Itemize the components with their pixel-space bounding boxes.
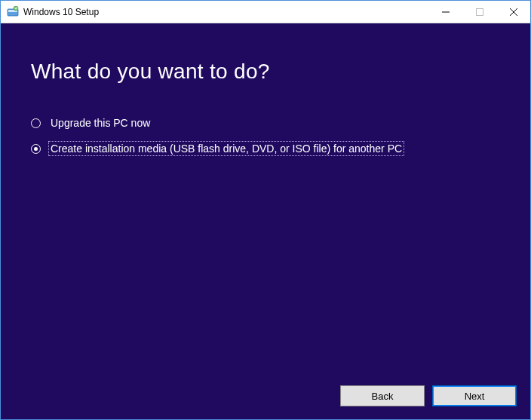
svg-point-2	[14, 6, 18, 11]
radio-icon	[31, 118, 41, 128]
content-inner: What do you want to do? Upgrade this PC …	[1, 23, 530, 372]
option-create-media[interactable]: Create installation media (USB flash dri…	[31, 141, 500, 156]
next-button[interactable]: Next	[432, 385, 517, 406]
setup-window: Windows 10 Setup What do you want to do?…	[0, 0, 531, 420]
svg-rect-4	[476, 8, 483, 15]
option-label: Create installation media (USB flash dri…	[48, 141, 404, 156]
radio-icon	[31, 144, 41, 154]
minimize-button[interactable]	[428, 1, 462, 23]
titlebar: Windows 10 Setup	[1, 1, 530, 23]
footer: Back Next	[1, 372, 530, 419]
back-button[interactable]: Back	[340, 385, 425, 406]
page-heading: What do you want to do?	[31, 60, 500, 84]
options-group: Upgrade this PC now Create installation …	[31, 115, 500, 156]
window-title: Windows 10 Setup	[23, 7, 428, 17]
app-icon	[7, 6, 19, 18]
maximize-button	[462, 1, 496, 23]
window-controls	[428, 1, 530, 23]
option-upgrade-pc[interactable]: Upgrade this PC now	[31, 115, 500, 130]
content-area: What do you want to do? Upgrade this PC …	[1, 23, 530, 419]
option-label: Upgrade this PC now	[48, 115, 152, 130]
close-button[interactable]	[496, 1, 530, 23]
